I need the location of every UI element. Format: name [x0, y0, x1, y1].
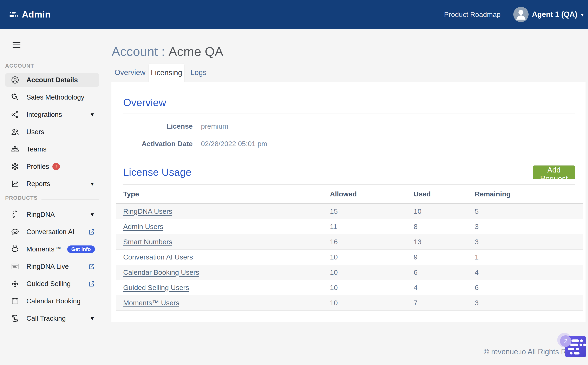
used-value: 7: [414, 299, 475, 307]
type-link[interactable]: RingDNA Users: [123, 207, 172, 215]
topbar-right: Product Roadmap Agent 1 (QA) ▼: [444, 7, 585, 22]
sidebar-item-label: Call Tracking: [26, 315, 66, 322]
chevron-down-icon[interactable]: ▼: [90, 181, 95, 187]
used-value: 8: [414, 223, 475, 231]
external-link-icon[interactable]: [88, 281, 95, 287]
allowed-value: 16: [330, 238, 414, 246]
account-details-icon: [11, 76, 19, 84]
license-label: License: [123, 122, 193, 130]
sidebar-item-integrations[interactable]: Integrations ▼: [5, 108, 99, 121]
teams-icon: [11, 145, 19, 154]
allowed-value: 10: [330, 268, 414, 276]
table-row: Conversation AI Users 10 9 1: [116, 250, 583, 265]
sales-methodology-icon: [11, 93, 19, 102]
remaining-value: 5: [475, 207, 583, 215]
chevron-down-icon[interactable]: ▼: [90, 211, 95, 218]
app-title: Admin: [22, 9, 50, 20]
type-link[interactable]: Moments™ Users: [123, 299, 179, 307]
conversation-ai-icon: [11, 228, 19, 236]
sidebar-item-profiles[interactable]: Profiles !: [5, 160, 99, 173]
user-menu[interactable]: Agent 1 (QA) ▼: [532, 10, 585, 19]
main-content: Account : Acme QA Overview Licensing Log…: [104, 29, 588, 365]
sidebar-item-account-details[interactable]: Account Details: [5, 73, 99, 87]
sidebar-item-ringdna-live[interactable]: RingDNA Live: [5, 260, 99, 273]
sidebar-item-label: Conversation AI: [26, 228, 74, 236]
tab-bar: Overview Licensing Logs: [111, 63, 588, 82]
external-link-icon[interactable]: [88, 263, 95, 270]
type-link[interactable]: Calendar Booking Users: [123, 268, 199, 276]
sidebar-item-moments[interactable]: Moments™ Get Info: [5, 242, 99, 256]
type-link[interactable]: Admin Users: [123, 223, 163, 230]
profiles-icon: [11, 162, 19, 171]
remaining-value: 1: [475, 253, 583, 261]
account-section-label: ACCOUNT: [5, 63, 34, 69]
sidebar-section-products: PRODUCTS: [5, 195, 99, 201]
license-value: premium: [201, 122, 228, 130]
tab-logs[interactable]: Logs: [185, 63, 213, 82]
external-link-icon[interactable]: [88, 229, 95, 235]
allowed-value: 10: [330, 299, 414, 307]
table-body: RingDNA Users 15 10 5 Admin Users 11 8 3…: [116, 204, 583, 311]
sidebar-item-label: Integrations: [26, 111, 62, 119]
sidebar-item-teams[interactable]: Teams: [5, 142, 99, 156]
chat-logo-icon: [570, 344, 586, 346]
sidebar-item-label: Calendar Booking: [26, 297, 80, 305]
section-divider: [123, 113, 575, 114]
page-title: Account : Acme QA: [112, 44, 588, 59]
sidebar: ACCOUNT Account Details Sales Methodolog…: [0, 29, 104, 365]
activation-date-field: Activation Date 02/28/2022 05:01 pm: [123, 140, 575, 148]
tab-licensing[interactable]: Licensing: [149, 63, 185, 82]
license-usage-header: License Usage Add Request: [123, 166, 575, 179]
sidebar-item-label: Users: [26, 128, 44, 136]
activation-date-label: Activation Date: [123, 140, 193, 148]
product-roadmap-link[interactable]: Product Roadmap: [444, 11, 501, 19]
top-bar: Admin Product Roadmap Agent 1 (QA) ▼: [0, 0, 588, 29]
user-menu-caret-icon: ▼: [580, 11, 585, 18]
allowed-value: 11: [330, 223, 414, 231]
chat-logo-icon: [568, 348, 586, 350]
sidebar-item-call-tracking[interactable]: Call Tracking ▼: [5, 312, 99, 325]
table-row: RingDNA Users 15 10 5: [116, 204, 583, 219]
table-row: Guided Selling Users 10 4 6: [116, 280, 583, 295]
sidebar-item-label: Reports: [26, 180, 50, 188]
integrations-icon: [11, 110, 19, 119]
section-divider: [38, 67, 99, 67]
sidebar-item-guided-selling[interactable]: Guided Selling: [5, 277, 99, 291]
ringdna-phone-icon: [11, 210, 19, 219]
menu-toggle-button[interactable]: [13, 42, 21, 48]
allowed-value: 10: [330, 253, 414, 261]
call-tracking-icon: [11, 314, 19, 323]
page-title-account-name: Acme QA: [165, 44, 223, 58]
get-info-badge[interactable]: Get Info: [67, 246, 95, 253]
sidebar-item-ringdna[interactable]: RingDNA ▼: [5, 208, 99, 221]
sidebar-item-conversation-ai[interactable]: Conversation AI: [5, 225, 99, 239]
table-row: Smart Numbers 16 13 3: [116, 234, 583, 250]
sidebar-item-sales-methodology[interactable]: Sales Methodology: [5, 91, 99, 104]
type-link[interactable]: Smart Numbers: [123, 238, 172, 246]
chat-logo-icon: [570, 352, 586, 354]
revenue-logo-icon: [9, 11, 19, 18]
chevron-down-icon[interactable]: ▼: [90, 112, 95, 118]
license-usage-table: Type Allowed Used Remaining RingDNA User…: [116, 185, 583, 311]
reports-icon: [11, 180, 19, 188]
sidebar-item-calendar-booking[interactable]: Calendar Booking: [5, 294, 99, 308]
add-request-button[interactable]: Add Request: [533, 166, 575, 179]
activation-date-value: 02/28/2022 05:01 pm: [201, 140, 267, 148]
tab-overview[interactable]: Overview: [111, 63, 149, 82]
ringdna-live-icon: [11, 262, 19, 271]
sidebar-item-users[interactable]: Users: [5, 125, 99, 139]
sidebar-item-label: Sales Methodology: [26, 93, 84, 101]
sidebar-item-reports[interactable]: Reports ▼: [5, 177, 99, 191]
user-name: Agent 1 (QA): [532, 10, 577, 19]
type-link[interactable]: Guided Selling Users: [123, 284, 189, 291]
sidebar-item-label: RingDNA: [26, 211, 55, 218]
avatar[interactable]: [513, 7, 529, 22]
allowed-value: 10: [330, 284, 414, 292]
used-value: 13: [414, 238, 475, 246]
column-header-type: Type: [116, 190, 330, 198]
products-nav-list: RingDNA ▼ Conversation AI Moments™ Get I…: [5, 208, 99, 325]
moments-icon: [11, 245, 19, 253]
type-link[interactable]: Conversation AI Users: [123, 253, 193, 261]
chevron-down-icon[interactable]: ▼: [90, 315, 95, 322]
app-brand: Admin: [9, 9, 50, 20]
